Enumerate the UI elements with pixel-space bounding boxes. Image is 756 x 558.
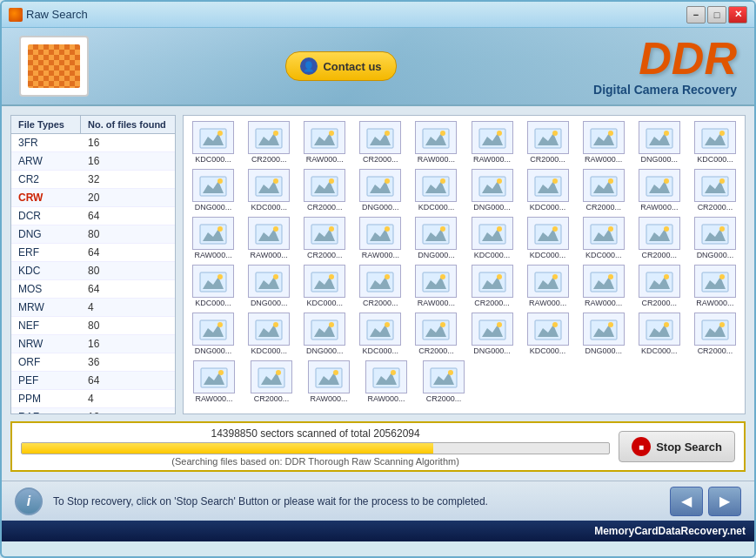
thumbnail-item[interactable]: RAW000... [410, 121, 462, 164]
thumbnail-image [304, 217, 345, 250]
minimize-button[interactable]: − [686, 6, 706, 24]
thumbnail-item[interactable]: DNG000... [633, 121, 686, 164]
thumbnail-item[interactable]: CR2000... [244, 360, 298, 403]
thumbnail-item[interactable]: RAW000... [522, 265, 574, 307]
thumbnail-panel[interactable]: KDC000... CR2000... RAW000... CR2000... … [183, 115, 746, 414]
file-list-item[interactable]: NRW16 [11, 335, 175, 353]
thumbnail-item[interactable]: DNG000... [689, 217, 741, 259]
file-list-item[interactable]: ARW16 [11, 152, 175, 171]
thumbnail-item[interactable]: KDC000... [522, 169, 574, 212]
thumbnail-item[interactable]: CR2000... [689, 313, 741, 355]
file-list-item[interactable]: PPM4 [11, 390, 175, 408]
thumbnail-item[interactable]: CR2000... [354, 121, 406, 164]
file-type-label: PEF [11, 373, 81, 387]
svg-point-17 [497, 131, 502, 136]
thumbnail-item[interactable]: CR2000... [633, 217, 686, 259]
file-list-item[interactable]: PEF64 [11, 372, 175, 390]
file-list-item[interactable]: CR232 [11, 171, 175, 189]
file-list-item[interactable]: RAF12 [11, 408, 175, 413]
thumbnail-item[interactable]: DNG000... [298, 313, 351, 355]
svg-point-86 [664, 226, 669, 232]
thumbnail-item[interactable]: KDC000... [522, 217, 574, 259]
thumbnail-row: DNG000... KDC000... DNG000... KDC000... … [187, 311, 741, 357]
thumbnail-item[interactable]: RAW000... [578, 121, 630, 164]
svg-point-92 [217, 274, 223, 279]
thumbnail-item[interactable]: RAW000... [689, 265, 741, 307]
thumbnail-item[interactable]: RAW000... [302, 360, 356, 403]
thumbnail-label: KDC000... [195, 155, 231, 164]
file-list-item[interactable]: KDC80 [11, 262, 175, 280]
thumbnail-item[interactable]: KDC000... [243, 313, 295, 355]
file-list-item[interactable]: ERF64 [11, 244, 175, 262]
thumbnail-item[interactable]: RAW000... [298, 121, 351, 164]
thumbnail-item[interactable]: RAW000... [187, 360, 241, 403]
thumbnail-item[interactable]: CR2000... [522, 121, 574, 164]
thumbnail-item[interactable]: DNG000... [243, 265, 295, 307]
file-list-item[interactable]: DNG80 [11, 225, 175, 244]
thumbnail-label: RAW000... [418, 155, 455, 164]
back-button[interactable]: ◀ [670, 487, 703, 516]
file-list-item[interactable]: CRW20 [11, 189, 175, 207]
thumbnail-item[interactable]: DNG000... [187, 169, 239, 212]
thumbnail-item[interactable]: RAW000... [410, 265, 462, 307]
svg-point-59 [719, 178, 725, 184]
thumbnail-item[interactable]: CR2000... [298, 169, 351, 212]
file-list-item[interactable]: ORF36 [11, 353, 175, 372]
thumbnail-item[interactable]: CR2000... [689, 169, 741, 212]
thumbnail-item[interactable]: KDC000... [410, 169, 462, 212]
svg-point-35 [273, 178, 278, 184]
thumbnail-item[interactable]: CR2000... [354, 265, 406, 307]
file-list[interactable]: 3FR16ARW16CR232CRW20DCR64DNG80ERF64KDC80… [11, 134, 175, 413]
thumbnail-item[interactable]: RAW000... [359, 360, 413, 403]
thumbnail-item[interactable]: RAW000... [354, 217, 406, 259]
thumbnail-item[interactable]: CR2000... [578, 169, 630, 212]
file-count-label: 16 [81, 337, 106, 351]
thumbnail-item[interactable]: DNG000... [354, 169, 406, 212]
contact-button[interactable]: 👤 Contact us [285, 51, 396, 81]
file-list-item[interactable]: NEF80 [11, 317, 175, 335]
thumbnail-item[interactable]: DNG000... [465, 313, 518, 355]
thumbnail-item[interactable]: KDC000... [578, 217, 630, 259]
maximize-button[interactable]: □ [707, 6, 726, 24]
thumbnail-item[interactable]: CR2000... [298, 217, 351, 259]
thumbnail-label: RAW000... [251, 251, 288, 259]
close-button[interactable]: ✕ [728, 6, 747, 24]
thumbnail-item[interactable]: KDC000... [187, 265, 239, 307]
thumbnail-item[interactable]: DNG000... [410, 217, 462, 259]
file-count-label: 64 [81, 209, 106, 223]
stop-search-button[interactable]: ■ Stop Search [619, 431, 735, 462]
forward-button[interactable]: ▶ [708, 487, 741, 516]
thumbnail-item[interactable]: RAW000... [578, 265, 630, 307]
thumbnail-item[interactable]: DNG000... [187, 313, 239, 355]
thumbnail-label: KDC000... [697, 155, 733, 164]
thumbnail-image [639, 169, 680, 202]
thumbnail-item[interactable]: RAW000... [465, 121, 518, 164]
thumbnail-item[interactable]: RAW000... [243, 217, 295, 259]
thumbnail-item[interactable]: DNG000... [465, 169, 518, 212]
thumbnail-item[interactable]: KDC000... [689, 121, 741, 164]
file-list-item[interactable]: DCR64 [11, 207, 175, 225]
thumbnail-item[interactable]: CR2000... [417, 360, 471, 403]
thumbnail-image [583, 169, 625, 202]
file-list-item[interactable]: 3FR16 [11, 134, 175, 152]
thumbnail-item[interactable]: KDC000... [298, 265, 351, 307]
thumbnail-item[interactable]: RAW000... [633, 169, 686, 212]
thumbnail-item[interactable]: CR2000... [243, 121, 295, 164]
thumbnail-item[interactable]: KDC000... [522, 313, 574, 355]
thumbnail-item[interactable]: KDC000... [187, 121, 239, 164]
file-list-item[interactable]: MRW4 [11, 299, 175, 317]
thumbnail-item[interactable]: RAW000... [187, 217, 239, 259]
thumbnail-item[interactable]: KDC000... [465, 217, 518, 259]
svg-point-23 [608, 131, 613, 136]
thumbnail-item[interactable]: DNG000... [578, 313, 630, 355]
file-list-panel: File Types No. of files found 3FR16ARW16… [10, 115, 176, 414]
thumbnail-item[interactable]: KDC000... [354, 313, 406, 355]
thumbnail-item[interactable]: KDC000... [633, 313, 686, 355]
thumbnail-item[interactable]: CR2000... [465, 265, 518, 307]
thumbnail-item[interactable]: KDC000... [243, 169, 295, 212]
thumbnail-item[interactable]: CR2000... [633, 265, 686, 307]
file-list-item[interactable]: MOS64 [11, 280, 175, 299]
thumbnail-item[interactable]: CR2000... [410, 313, 462, 355]
thumbnail-image [472, 217, 513, 250]
svg-point-155 [276, 370, 281, 375]
